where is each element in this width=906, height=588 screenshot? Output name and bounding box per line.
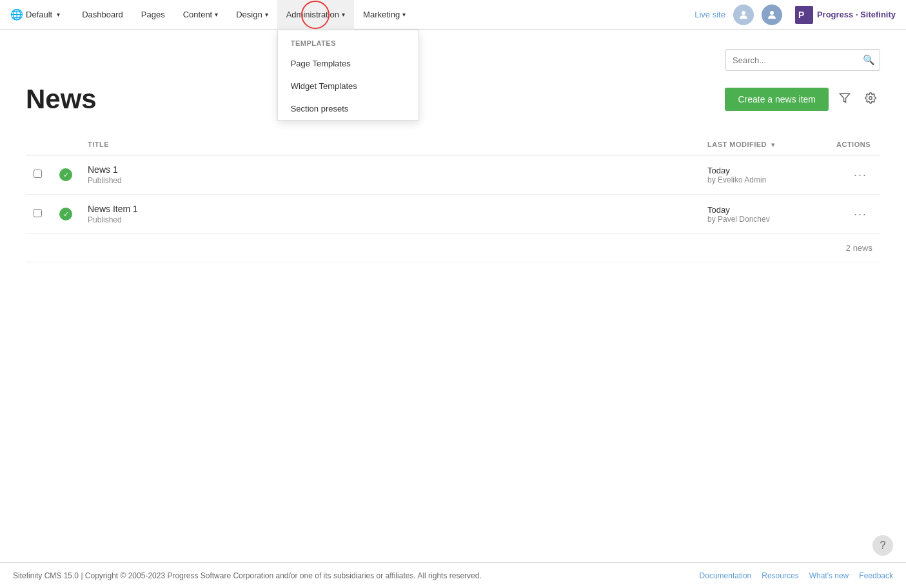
- copyright-text: Sitefinity CMS 15.0 | Copyright © 2005-2…: [13, 571, 482, 580]
- row2-status-cell: ✓: [52, 195, 80, 234]
- news-count: 2 news: [700, 234, 880, 262]
- admin-dropdown: TEMPLATES Page Templates Widget Template…: [277, 30, 419, 121]
- row1-modified-cell: Today by Eveliko Admin: [700, 155, 829, 195]
- search-input[interactable]: [725, 49, 880, 71]
- avatar-user1[interactable]: [733, 5, 754, 25]
- nav-marketing[interactable]: Marketing ▾: [354, 0, 415, 30]
- row2-mod-date: Today: [707, 205, 821, 215]
- header-actions-col: ACTIONS: [829, 134, 880, 155]
- count-spacer: [26, 234, 700, 262]
- row1-status-cell: ✓: [52, 155, 80, 195]
- nav-right: Live site P Progress · Sitefinity: [694, 5, 896, 25]
- help-button[interactable]: ?: [872, 535, 893, 556]
- row2-status-icon: ✓: [59, 208, 72, 220]
- content-caret: ▾: [215, 11, 218, 18]
- sort-icon: ▾: [771, 141, 775, 148]
- nav-design[interactable]: Design ▾: [227, 0, 277, 30]
- svg-point-0: [742, 11, 745, 15]
- svg-text:P: P: [798, 10, 804, 20]
- filter-button[interactable]: [835, 88, 854, 110]
- live-site-link[interactable]: Live site: [694, 10, 725, 19]
- brand-selector[interactable]: 🌐 Default ▾: [10, 8, 60, 21]
- row1-title-cell: News 1 Published: [80, 155, 700, 195]
- row2-status-text: Published: [88, 215, 692, 224]
- header-checkbox-cell: [26, 134, 52, 155]
- header-status-cell: [52, 134, 80, 155]
- row1-status-icon: ✓: [59, 168, 72, 181]
- dropdown-section-presets[interactable]: Section presets: [278, 97, 419, 120]
- svg-point-5: [869, 97, 872, 100]
- footer-feedback[interactable]: Feedback: [859, 571, 893, 580]
- footer-whats-new[interactable]: What's new: [809, 571, 849, 580]
- row1-actions-button[interactable]: ···: [849, 166, 872, 184]
- create-news-button[interactable]: Create a news item: [725, 88, 829, 111]
- header-actions: Create a news item: [725, 88, 880, 111]
- search-button[interactable]: 🔍: [863, 54, 875, 66]
- svg-marker-4: [840, 93, 850, 103]
- nav-items: Dashboard Pages Content ▾ Design ▾ Admin…: [73, 0, 694, 30]
- count-row: 2 news: [26, 234, 880, 262]
- table-row: ✓ News 1 Published Today by Eveliko Admi…: [26, 155, 880, 195]
- admin-caret: ▾: [342, 11, 345, 18]
- search-wrapper: 🔍: [725, 49, 880, 71]
- settings-button[interactable]: [861, 88, 880, 110]
- footer: Sitefinity CMS 15.0 | Copyright © 2005-2…: [0, 562, 906, 588]
- nav-dashboard[interactable]: Dashboard: [73, 0, 132, 30]
- top-navigation: 🌐 Default ▾ Dashboard Pages Content ▾ De…: [0, 0, 906, 30]
- table-row: ✓ News Item 1 Published Today by Pavel D…: [26, 195, 880, 234]
- news-table: TITLE LAST MODIFIED ▾ ACTIONS ✓: [26, 134, 880, 262]
- page-title: News: [26, 84, 97, 115]
- row1-mod-date: Today: [707, 166, 821, 175]
- row2-title-cell: News Item 1 Published: [80, 195, 700, 234]
- main-content: 🔍 News Create a news item TITLE: [0, 30, 906, 282]
- row2-modified-cell: Today by Pavel Donchev: [700, 195, 829, 234]
- svg-point-1: [770, 11, 774, 15]
- avatar-user2[interactable]: [762, 5, 782, 25]
- dropdown-page-templates[interactable]: Page Templates: [278, 52, 419, 75]
- brand-name: Default: [26, 10, 52, 19]
- row2-actions-cell: ···: [829, 195, 880, 234]
- nav-pages[interactable]: Pages: [132, 0, 174, 30]
- footer-links: Documentation Resources What's new Feedb…: [700, 571, 893, 580]
- nav-content[interactable]: Content ▾: [174, 0, 228, 30]
- brand-caret: ▾: [57, 11, 60, 18]
- row1-mod-by: by Eveliko Admin: [707, 175, 821, 184]
- row2-checkbox[interactable]: [34, 209, 42, 217]
- brand-full-name: Progress · Sitefinity: [817, 10, 896, 19]
- globe-icon: 🌐: [10, 8, 23, 21]
- marketing-caret: ▾: [402, 11, 406, 18]
- row1-status-text: Published: [88, 176, 692, 185]
- row1-actions-cell: ···: [829, 155, 880, 195]
- row2-title[interactable]: News Item 1: [88, 204, 692, 214]
- table-header-row: TITLE LAST MODIFIED ▾ ACTIONS: [26, 134, 880, 155]
- row1-checkbox-cell: [26, 155, 52, 195]
- row1-checkbox[interactable]: [34, 170, 42, 178]
- row2-actions-button[interactable]: ···: [849, 205, 872, 224]
- footer-resources[interactable]: Resources: [762, 571, 798, 580]
- row1-title[interactable]: News 1: [88, 164, 692, 175]
- page-header: News Create a news item: [26, 84, 880, 115]
- header-title[interactable]: TITLE: [80, 134, 700, 155]
- nav-administration[interactable]: Administration ▾ TEMPLATES Page Template…: [277, 0, 354, 30]
- header-last-modified[interactable]: LAST MODIFIED ▾: [700, 134, 829, 155]
- footer-documentation[interactable]: Documentation: [700, 571, 752, 580]
- design-caret: ▾: [265, 11, 268, 18]
- dropdown-widget-templates[interactable]: Widget Templates: [278, 75, 419, 97]
- search-bar: 🔍: [26, 49, 880, 71]
- row2-checkbox-cell: [26, 195, 52, 234]
- row2-mod-by: by Pavel Donchev: [707, 215, 821, 224]
- progress-sitefinity-logo: P Progress · Sitefinity: [795, 6, 896, 24]
- templates-section-label: TEMPLATES: [278, 30, 419, 52]
